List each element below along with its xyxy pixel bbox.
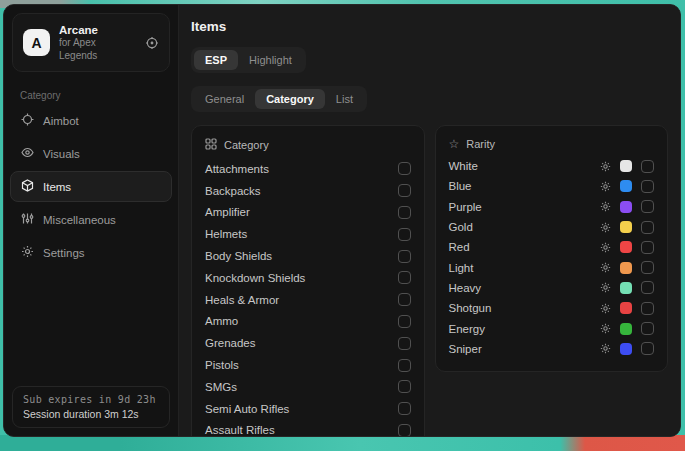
color-swatch[interactable] bbox=[620, 323, 632, 335]
color-swatch[interactable] bbox=[620, 180, 632, 192]
checkbox[interactable] bbox=[641, 160, 654, 173]
color-swatch[interactable] bbox=[620, 160, 632, 172]
gear-icon[interactable] bbox=[600, 282, 611, 293]
checkbox[interactable] bbox=[398, 250, 411, 263]
checkbox[interactable] bbox=[398, 380, 411, 393]
color-swatch[interactable] bbox=[620, 241, 632, 253]
checkbox[interactable] bbox=[641, 221, 654, 234]
rarity-panel: ☆ Rarity White Blue Purple Gold Red Ligh… bbox=[435, 125, 669, 372]
sidebar-item-items[interactable]: Items bbox=[10, 171, 172, 202]
category-label: Assault Rifles bbox=[205, 424, 275, 436]
checkbox[interactable] bbox=[641, 241, 654, 254]
rarity-label: Heavy bbox=[449, 282, 601, 294]
panels-row: Category Attachments Backpacks Amplifier… bbox=[191, 125, 668, 437]
toggle-highlight[interactable]: Highlight bbox=[238, 50, 303, 70]
color-swatch[interactable] bbox=[620, 282, 632, 294]
category-panel: Category Attachments Backpacks Amplifier… bbox=[191, 125, 425, 437]
brand-subtitle: for Apex Legends bbox=[59, 37, 136, 62]
checkbox[interactable] bbox=[398, 337, 411, 350]
toggle-esp[interactable]: ESP bbox=[194, 50, 238, 70]
checkbox[interactable] bbox=[398, 184, 411, 197]
gear-icon[interactable] bbox=[600, 181, 611, 192]
checkbox[interactable] bbox=[398, 206, 411, 219]
category-row: Knockdown Shields bbox=[205, 267, 411, 289]
rarity-row: Purple bbox=[449, 197, 655, 217]
category-label: Body Shields bbox=[205, 250, 272, 262]
checkbox[interactable] bbox=[641, 342, 654, 355]
gear-icon[interactable] bbox=[600, 222, 611, 233]
checkbox[interactable] bbox=[398, 271, 411, 284]
category-label: Knockdown Shields bbox=[205, 272, 305, 284]
color-swatch[interactable] bbox=[620, 302, 632, 314]
tab-category[interactable]: Category bbox=[255, 89, 325, 109]
sidebar: A Arcane for Apex Legends Category bbox=[4, 5, 179, 436]
sidebar-item-label: Visuals bbox=[43, 148, 80, 160]
category-row: Body Shields bbox=[205, 245, 411, 267]
rarity-label: White bbox=[449, 160, 601, 172]
desktop-background-bottom bbox=[0, 435, 685, 451]
sub-expires-text: Sub expires in 9d 23h bbox=[23, 394, 159, 405]
checkbox[interactable] bbox=[398, 424, 411, 437]
checkbox[interactable] bbox=[398, 293, 411, 306]
checkbox[interactable] bbox=[398, 359, 411, 372]
category-label: Ammo bbox=[205, 315, 238, 327]
sidebar-item-settings[interactable]: Settings bbox=[10, 237, 172, 268]
gear-icon[interactable] bbox=[600, 303, 611, 314]
rarity-row: Energy bbox=[449, 318, 655, 338]
checkbox[interactable] bbox=[398, 402, 411, 415]
rarity-label: Purple bbox=[449, 201, 601, 213]
rarity-panel-title: Rarity bbox=[466, 138, 495, 150]
sidebar-item-label: Aimbot bbox=[43, 115, 79, 127]
rarity-label: Gold bbox=[449, 221, 601, 233]
rarity-row: Sniper bbox=[449, 339, 655, 359]
rarity-row: Light bbox=[449, 257, 655, 277]
color-swatch[interactable] bbox=[620, 221, 632, 233]
checkbox[interactable] bbox=[641, 302, 654, 315]
category-row: Backpacks bbox=[205, 180, 411, 202]
category-label: Grenades bbox=[205, 337, 256, 349]
category-label: Backpacks bbox=[205, 185, 261, 197]
rarity-label: Energy bbox=[449, 323, 601, 335]
color-swatch[interactable] bbox=[620, 201, 632, 213]
category-row: Ammo bbox=[205, 311, 411, 333]
category-row: SMGs bbox=[205, 376, 411, 398]
rarity-panel-header: ☆ Rarity bbox=[449, 135, 655, 156]
sidebar-item-aimbot[interactable]: Aimbot bbox=[10, 105, 172, 136]
gear-icon[interactable] bbox=[600, 343, 611, 354]
color-swatch[interactable] bbox=[620, 343, 632, 355]
checkbox[interactable] bbox=[398, 315, 411, 328]
category-row: Helmets bbox=[205, 223, 411, 245]
checkbox[interactable] bbox=[641, 200, 654, 213]
rarity-label: Red bbox=[449, 241, 601, 253]
category-row: Amplifier bbox=[205, 202, 411, 224]
color-swatch[interactable] bbox=[620, 262, 632, 274]
checkbox[interactable] bbox=[398, 228, 411, 241]
gear-icon[interactable] bbox=[600, 242, 611, 253]
tab-list[interactable]: List bbox=[325, 89, 364, 109]
sidebar-nav: Aimbot Visuals Items bbox=[4, 105, 178, 268]
checkbox[interactable] bbox=[641, 180, 654, 193]
checkbox[interactable] bbox=[641, 281, 654, 294]
target-icon[interactable] bbox=[145, 36, 159, 50]
tab-general[interactable]: General bbox=[194, 89, 255, 109]
checkbox[interactable] bbox=[641, 322, 654, 335]
category-row: Attachments bbox=[205, 158, 411, 180]
sidebar-item-visuals[interactable]: Visuals bbox=[10, 138, 172, 169]
gear-icon[interactable] bbox=[600, 323, 611, 334]
category-label: Amplifier bbox=[205, 206, 250, 218]
gear-icon[interactable] bbox=[600, 201, 611, 212]
gear-icon[interactable] bbox=[600, 161, 611, 172]
gear-icon[interactable] bbox=[600, 262, 611, 273]
category-row: Pistols bbox=[205, 354, 411, 376]
checkbox[interactable] bbox=[398, 162, 411, 175]
category-label: Pistols bbox=[205, 359, 239, 371]
sidebar-item-miscellaneous[interactable]: Miscellaneous bbox=[10, 204, 172, 235]
checkbox[interactable] bbox=[641, 261, 654, 274]
category-label: Helmets bbox=[205, 228, 247, 240]
category-row: Assault Rifles bbox=[205, 420, 411, 437]
brand-card: A Arcane for Apex Legends bbox=[12, 13, 170, 72]
rarity-label: Blue bbox=[449, 180, 601, 192]
subscription-info-card: Sub expires in 9d 23h Session duration 3… bbox=[12, 386, 170, 428]
app-window: A Arcane for Apex Legends Category bbox=[3, 4, 681, 437]
sidebar-item-label: Items bbox=[43, 181, 71, 193]
